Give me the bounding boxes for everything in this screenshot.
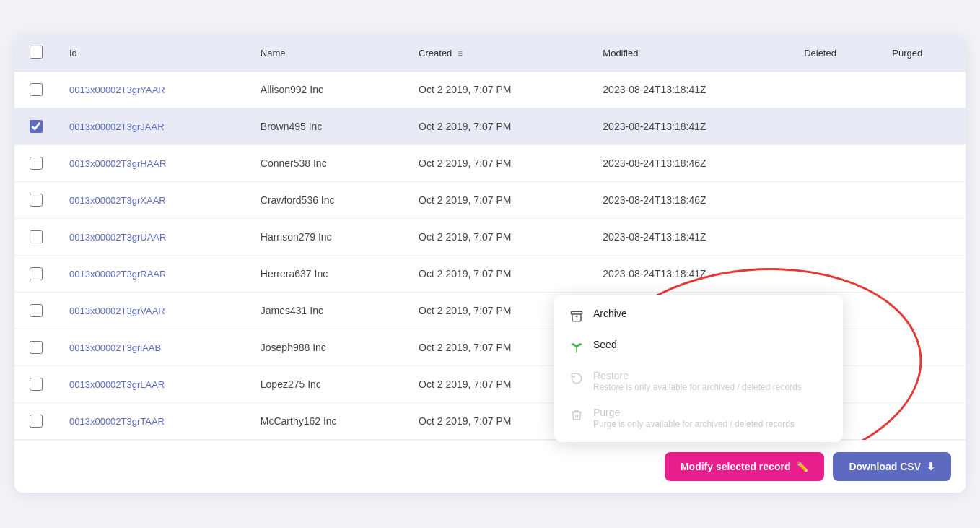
dropdown-item-label-archive: Archive [593, 308, 627, 319]
row-checkbox[interactable] [30, 83, 43, 96]
header-modified: Modified [591, 35, 792, 72]
main-container: Id Name Created ≡ Modified Deleted Purge… [14, 35, 966, 493]
row-checkbox-cell [14, 256, 58, 293]
row-id: 0013x00002T3grLAAR [58, 366, 249, 403]
table-row: 0013x00002T3grHAAR Conner538 Inc Oct 2 2… [14, 145, 966, 182]
row-id: 0013x00002T3grRAAR [58, 256, 249, 293]
id-link[interactable]: 0013x00002T3grXAAR [69, 195, 166, 206]
row-checkbox[interactable] [30, 341, 43, 354]
action-dropdown-menu: Archive Seed Restore Restore is only ava… [554, 295, 843, 442]
row-name: Crawford536 Inc [249, 182, 407, 219]
header-purged: Purged [880, 35, 966, 72]
row-purged [880, 403, 966, 440]
table-row: 0013x00002T3grRAAR Herrera637 Inc Oct 2 … [14, 256, 966, 293]
row-purged [880, 145, 966, 182]
row-checkbox-cell [14, 219, 58, 256]
download-icon: ⬇ [927, 461, 935, 472]
modify-selected-button[interactable]: Modify selected record ✏️ [665, 452, 825, 481]
row-deleted [792, 72, 880, 108]
dropdown-item-content-purge: Purge Purge is only available for archiv… [593, 407, 795, 429]
header-created: Created ≡ [407, 35, 591, 72]
id-link[interactable]: 0013x00002T3grJAAR [69, 121, 165, 132]
id-link[interactable]: 0013x00002T3grYAAR [69, 85, 165, 95]
row-name: Joseph988 Inc [249, 329, 407, 366]
table-row: 0013x00002T3grJAAR Brown495 Inc Oct 2 20… [14, 108, 966, 145]
id-link[interactable]: 0013x00002T3grRAAR [69, 269, 166, 280]
dropdown-item-content-archive: Archive [593, 308, 627, 319]
row-modified: 2023-08-24T13:18:41Z [591, 219, 792, 256]
row-name: McCarthy162 Inc [249, 403, 407, 440]
row-checkbox-cell [14, 329, 58, 366]
row-deleted [792, 256, 880, 293]
row-purged [880, 329, 966, 366]
row-checkbox-cell [14, 366, 58, 403]
dropdown-item-content-restore: Restore Restore is only available for ar… [593, 370, 802, 392]
row-id: 0013x00002T3grTAAR [58, 403, 249, 440]
archive-icon [569, 308, 585, 324]
row-modified: 2023-08-24T13:18:41Z [591, 72, 792, 108]
purge-icon [569, 407, 585, 423]
row-checkbox[interactable] [30, 415, 43, 428]
row-deleted [792, 219, 880, 256]
table-row: 0013x00002T3grUAAR Harrison279 Inc Oct 2… [14, 219, 966, 256]
row-deleted [792, 182, 880, 219]
dropdown-item-desc-restore: Restore is only available for archived /… [593, 382, 802, 392]
modify-label: Modify selected record [681, 461, 791, 472]
row-id: 0013x00002T3griAAB [58, 329, 249, 366]
row-purged [880, 366, 966, 403]
row-id: 0013x00002T3grHAAR [58, 145, 249, 182]
row-checkbox-cell [14, 182, 58, 219]
row-name: James431 Inc [249, 293, 407, 329]
header-id: Id [58, 35, 249, 72]
download-label: Download CSV [849, 461, 921, 472]
row-checkbox[interactable] [30, 230, 43, 243]
row-purged [880, 219, 966, 256]
svg-rect-0 [572, 311, 582, 314]
header-name: Name [249, 35, 407, 72]
table-header-row: Id Name Created ≡ Modified Deleted Purge… [14, 35, 966, 72]
row-checkbox[interactable] [30, 120, 43, 133]
row-deleted [792, 145, 880, 182]
row-deleted [792, 108, 880, 145]
row-id: 0013x00002T3grXAAR [58, 182, 249, 219]
dropdown-item-archive[interactable]: Archive [554, 300, 843, 332]
row-modified: 2023-08-24T13:18:41Z [591, 256, 792, 293]
row-id: 0013x00002T3grJAAR [58, 108, 249, 145]
row-checkbox[interactable] [30, 157, 43, 170]
row-id: 0013x00002T3grYAAR [58, 72, 249, 108]
row-modified: 2023-08-24T13:18:46Z [591, 182, 792, 219]
dropdown-item-label-purge: Purge [593, 407, 795, 418]
row-checkbox[interactable] [30, 267, 43, 280]
row-name: Lopez275 Inc [249, 366, 407, 403]
id-link[interactable]: 0013x00002T3grLAAR [69, 379, 165, 390]
row-checkbox[interactable] [30, 378, 43, 391]
row-name: Brown495 Inc [249, 108, 407, 145]
sort-icon: ≡ [458, 48, 463, 59]
row-checkbox-cell [14, 403, 58, 440]
table-row: 0013x00002T3grYAAR Allison992 Inc Oct 2 … [14, 72, 966, 108]
row-created: Oct 2 2019, 7:07 PM [407, 256, 591, 293]
row-created: Oct 2 2019, 7:07 PM [407, 219, 591, 256]
row-modified: 2023-08-24T13:18:46Z [591, 145, 792, 182]
row-purged [880, 256, 966, 293]
row-checkbox[interactable] [30, 194, 43, 207]
row-created: Oct 2 2019, 7:07 PM [407, 182, 591, 219]
id-link[interactable]: 0013x00002T3grUAAR [69, 232, 166, 243]
row-checkbox[interactable] [30, 304, 43, 317]
row-name: Conner538 Inc [249, 145, 407, 182]
row-purged [880, 182, 966, 219]
id-link[interactable]: 0013x00002T3grVAAR [69, 306, 165, 316]
download-csv-button[interactable]: Download CSV ⬇ [833, 452, 951, 481]
row-checkbox-cell [14, 108, 58, 145]
dropdown-item-label-restore: Restore [593, 370, 802, 381]
dropdown-item-desc-purge: Purge is only available for archived / d… [593, 419, 795, 429]
select-all-checkbox[interactable] [30, 46, 43, 59]
id-link[interactable]: 0013x00002T3griAAB [69, 342, 161, 353]
dropdown-item-purge: Purge Purge is only available for archiv… [554, 399, 843, 436]
restore-icon [569, 371, 585, 386]
dropdown-item-seed[interactable]: Seed [554, 332, 843, 363]
row-created: Oct 2 2019, 7:07 PM [407, 108, 591, 145]
header-deleted: Deleted [792, 35, 880, 72]
id-link[interactable]: 0013x00002T3grTAAR [69, 416, 165, 427]
id-link[interactable]: 0013x00002T3grHAAR [69, 158, 166, 169]
